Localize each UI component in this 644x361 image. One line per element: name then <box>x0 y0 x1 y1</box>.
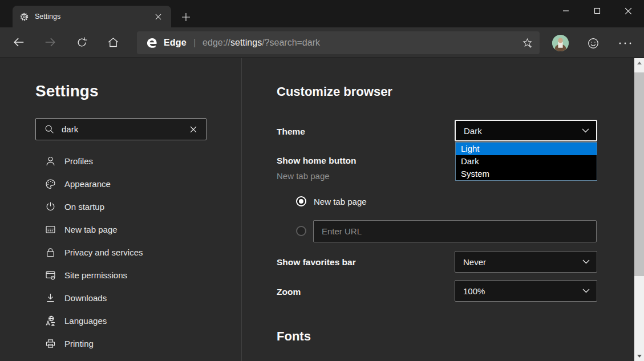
search-icon <box>44 124 55 135</box>
url-text: edge://settings/?search=dark <box>202 38 320 48</box>
new-tab-page-icon <box>44 224 56 236</box>
zoom-select[interactable]: 100% <box>455 280 597 302</box>
settings-sidebar: Settings <box>0 58 242 361</box>
feedback-smiley-button[interactable] <box>585 36 601 51</box>
settings-menu: Profiles Appearance <box>0 149 242 355</box>
sidebar-item-label: On startup <box>64 202 104 212</box>
download-icon <box>44 292 56 304</box>
show-favorites-bar-label: Show favorites bar <box>277 257 356 267</box>
sidebar-item-printing[interactable]: Printing <box>0 332 242 355</box>
scrollbar-thumb[interactable] <box>634 72 644 276</box>
page-title: Settings <box>35 82 98 100</box>
sidebar-item-label: Site permissions <box>64 270 127 280</box>
show-home-button-label: Show home button <box>277 156 356 166</box>
sidebar-item-label: Printing <box>64 339 94 348</box>
search-input[interactable] <box>62 124 185 134</box>
sidebar-item-privacy-and-services[interactable]: Privacy and services <box>0 241 242 263</box>
site-permissions-icon <box>44 269 56 281</box>
sidebar-item-languages[interactable]: Languages <box>0 309 242 332</box>
chevron-down-icon <box>582 289 590 293</box>
address-bar[interactable]: Edge | edge://settings/?search=dark <box>137 31 540 54</box>
person-icon <box>44 155 56 167</box>
printer-icon <box>44 338 56 350</box>
scrollbar-up-arrow[interactable] <box>634 58 644 68</box>
power-icon <box>44 201 56 213</box>
tab-settings[interactable]: Settings <box>13 6 171 27</box>
settings-and-more-button[interactable] <box>616 36 634 51</box>
add-favorite-button[interactable] <box>515 31 540 54</box>
chevron-down-icon <box>582 259 590 264</box>
refresh-button[interactable] <box>71 32 92 52</box>
url-query: /?search=dark <box>262 38 320 47</box>
sidebar-item-new-tab-page[interactable]: New tab page <box>0 218 242 241</box>
sidebar-item-site-permissions[interactable]: Site permissions <box>0 263 242 286</box>
profile-avatar[interactable] <box>552 35 569 51</box>
new-tab-page-radio-row[interactable]: New tab page <box>296 196 367 206</box>
languages-icon <box>44 315 56 327</box>
radio-selected-icon[interactable] <box>296 196 306 206</box>
show-home-button-sublabel: New tab page <box>277 171 330 181</box>
sidebar-item-appearance[interactable]: Appearance <box>0 172 242 195</box>
sidebar-item-label: Privacy and services <box>64 248 143 257</box>
scrollbar-down-arrow[interactable] <box>634 351 644 361</box>
sidebar-item-label: Languages <box>64 316 107 326</box>
sidebar-item-on-startup[interactable]: On startup <box>0 195 242 218</box>
favorites-bar-select[interactable]: Never <box>455 251 597 273</box>
zoom-value: 100% <box>463 286 485 296</box>
palette-icon <box>44 178 56 190</box>
clear-search-icon[interactable] <box>185 121 201 137</box>
close-window-button[interactable] <box>613 0 644 22</box>
theme-select-value: Dark <box>464 126 482 136</box>
theme-label: Theme <box>277 127 305 137</box>
sidebar-item-label: Downloads <box>64 293 107 303</box>
theme-select[interactable]: Dark <box>455 120 597 141</box>
back-button[interactable] <box>9 32 29 52</box>
forward-button[interactable] <box>40 32 60 52</box>
zoom-label: Zoom <box>277 287 301 297</box>
home-button[interactable] <box>103 32 123 52</box>
window-controls <box>550 0 644 22</box>
theme-option-light[interactable]: Light <box>456 143 597 155</box>
minimize-button[interactable] <box>550 0 581 22</box>
radio-label: New tab page <box>314 197 367 206</box>
sidebar-item-label: Appearance <box>64 179 111 189</box>
url-separator: | <box>193 38 196 48</box>
lock-icon <box>44 246 56 258</box>
plus-icon <box>181 13 191 22</box>
settings-page: Settings <box>0 58 644 361</box>
new-tab-button[interactable] <box>178 9 194 25</box>
sidebar-item-downloads[interactable]: Downloads <box>0 286 242 309</box>
page-scrollbar[interactable] <box>634 58 644 361</box>
fonts-heading: Fonts <box>277 329 311 344</box>
custom-url-radio-row[interactable] <box>296 226 306 236</box>
navigation-bar: Edge | edge://settings/?search=dark <box>0 27 644 58</box>
chevron-down-icon <box>582 128 589 133</box>
sidebar-item-profiles[interactable]: Profiles <box>0 149 242 172</box>
theme-dropdown-menu: Light Dark System <box>455 142 597 181</box>
customize-browser-section: Customize browser Theme Dark Light Dark … <box>242 58 634 361</box>
section-heading: Customize browser <box>277 84 392 99</box>
site-brand-label: Edge <box>164 38 187 48</box>
sidebar-item-label: Profiles <box>64 156 93 166</box>
tab-close-icon[interactable] <box>151 9 165 24</box>
url-host: settings <box>230 38 262 47</box>
home-url-input[interactable] <box>313 220 597 242</box>
radio-unselected-icon[interactable] <box>296 226 306 236</box>
tab-title: Settings <box>35 13 151 21</box>
sidebar-item-label: New tab page <box>64 225 118 234</box>
favorites-bar-value: Never <box>463 257 486 267</box>
gear-icon <box>19 12 29 22</box>
edge-logo-icon <box>145 36 158 49</box>
maximize-button[interactable] <box>581 0 613 22</box>
theme-option-dark[interactable]: Dark <box>456 155 597 168</box>
title-bar: Settings <box>0 0 644 27</box>
url-scheme: edge:// <box>202 38 230 47</box>
theme-option-system[interactable]: System <box>456 168 597 180</box>
settings-search-box[interactable] <box>35 118 206 140</box>
